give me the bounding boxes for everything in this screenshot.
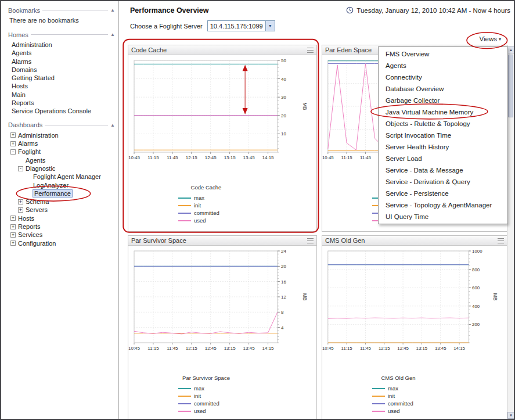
sidebar-item-agents[interactable]: Agents — [12, 49, 118, 57]
tree-item-loganalyzer[interactable]: LogAnalyzer — [5, 181, 118, 189]
homes-title: Homes — [8, 31, 28, 38]
scroll-down-icon[interactable]: ▼ — [507, 412, 514, 419]
server-chooser-label: Choose a Foglight Server — [130, 23, 203, 30]
tree-item-schema[interactable]: +Schema — [5, 198, 118, 206]
views-menu-item-service-derivation-query[interactable]: Service - Derivation & Query — [379, 176, 507, 188]
views-menu: FMS OverviewAgentsConnectivityDatabase O… — [378, 46, 508, 224]
legend-label: init — [388, 393, 395, 399]
collapse-icon[interactable]: - — [18, 166, 23, 171]
views-menu-item-garbage-collector[interactable]: Garbage Collector — [379, 95, 507, 106]
views-menu-item-fms-overview[interactable]: FMS Overview — [379, 48, 507, 60]
collapse-arrow-icon[interactable]: ▲ — [110, 123, 115, 128]
views-menu-item-service-data-message[interactable]: Service - Data & Message — [379, 164, 507, 176]
chart-caption: Par Survivor Space — [128, 375, 316, 381]
tree-item-label: Hosts — [18, 215, 34, 222]
dashboards-section-header[interactable]: Dashboards ▲ — [5, 121, 118, 130]
tree-item-administration[interactable]: +Administration — [5, 131, 118, 139]
tree-item-label: Schema — [26, 198, 49, 205]
tree-item-diagnostic[interactable]: -Diagnostic — [5, 164, 118, 173]
chart-panel-header: Par Survivor Space — [128, 236, 316, 246]
legend-swatch — [178, 403, 191, 404]
collapse-arrow-icon[interactable]: ▲ — [110, 8, 115, 13]
sidebar-item-service-operations-console[interactable]: Service Operations Console — [12, 107, 118, 115]
tree-item-label: Alarms — [18, 140, 38, 147]
views-button[interactable]: Views ▾ — [480, 35, 501, 42]
expand-icon[interactable]: + — [10, 132, 16, 138]
tree-item-reports[interactable]: +Reports — [5, 222, 118, 231]
views-menu-item-service-persistence[interactable]: Service - Persistence — [379, 188, 507, 199]
expand-icon[interactable]: + — [10, 216, 16, 221]
views-menu-item-objects-rulette-topology[interactable]: Objects - Rulette & Topology — [379, 118, 507, 130]
views-menu-item-java-virtual-machine-memory[interactable]: Java Virtual Machine Memory — [379, 106, 507, 118]
svg-text:1000: 1000 — [472, 249, 482, 254]
legend-label: used — [388, 408, 400, 414]
svg-text:14:15: 14:15 — [262, 155, 275, 160]
svg-text:13:15: 13:15 — [224, 346, 236, 351]
expand-icon[interactable]: + — [10, 141, 16, 146]
section-divider — [45, 125, 108, 125]
chart-options-icon[interactable] — [498, 238, 504, 243]
tree-item-performance[interactable]: Performance — [5, 189, 118, 198]
svg-text:13:45: 13:45 — [435, 346, 446, 351]
svg-text:20: 20 — [281, 113, 286, 119]
main-header: Performance Overview Tuesday, January 12… — [120, 1, 514, 15]
chart-options-icon[interactable] — [307, 48, 314, 53]
bookmarks-section: Bookmarks ▲ There are no bookmarks — [5, 6, 118, 25]
tree-item-hosts[interactable]: +Hosts — [5, 214, 118, 222]
bookmarks-section-header[interactable]: Bookmarks ▲ — [5, 6, 118, 15]
views-menu-item-server-load[interactable]: Server Load — [379, 153, 507, 164]
legend-swatch — [178, 198, 191, 199]
dashboards-tree: +Administration+Alarms-FoglightAgents-Di… — [5, 130, 118, 247]
chart-options-icon[interactable] — [307, 238, 314, 243]
svg-text:12:15: 12:15 — [379, 346, 390, 351]
views-menu-item-ui-query-time[interactable]: UI Query Time — [379, 211, 507, 222]
tree-item-agents[interactable]: Agents — [5, 156, 118, 164]
server-select[interactable]: 10.4.115.175:1099 ▼ — [207, 20, 275, 31]
tree-item-foglight[interactable]: -Foglight — [5, 148, 118, 156]
collapse-icon[interactable]: - — [10, 149, 16, 155]
collapse-arrow-icon[interactable]: ▲ — [110, 32, 115, 37]
scrollbar-thumb[interactable] — [508, 55, 513, 117]
views-menu-item-connectivity[interactable]: Connectivity — [379, 71, 507, 83]
svg-text:20: 20 — [281, 264, 286, 269]
time-range-control[interactable]: Tuesday, January 12, 2010 10:42 AM - Now… — [346, 6, 510, 14]
sidebar-item-alarms[interactable]: Alarms — [12, 58, 118, 66]
legend-swatch — [178, 213, 191, 214]
views-menu-item-service-topology-agentmanager[interactable]: Service - Topology & AgentManager — [379, 199, 507, 211]
chevron-down-icon[interactable]: ▼ — [265, 21, 275, 31]
scroll-up-icon[interactable]: ▲ — [507, 46, 514, 53]
sidebar-item-getting-started[interactable]: Getting Started — [12, 74, 118, 82]
legend-item-used: used — [178, 407, 316, 415]
chart-panel-code-cache: Code Cache 10:4511:1511:4512:1512:4513:1… — [128, 45, 317, 232]
expand-icon[interactable]: + — [10, 224, 16, 229]
sidebar-item-hosts[interactable]: Hosts — [12, 82, 118, 90]
bookmarks-title: Bookmarks — [8, 7, 40, 14]
legend-label: committed — [388, 400, 413, 407]
svg-text:16: 16 — [281, 279, 286, 285]
views-menu-item-database-overview[interactable]: Database Overview — [379, 83, 507, 95]
views-menu-item-agents[interactable]: Agents — [379, 60, 507, 71]
sidebar-item-reports[interactable]: Reports — [12, 99, 118, 107]
clock-icon — [346, 6, 354, 14]
views-menu-item-server-health-history[interactable]: Server Health History — [379, 141, 507, 153]
svg-text:13:45: 13:45 — [243, 155, 255, 160]
homes-section-header[interactable]: Homes ▲ — [5, 30, 118, 39]
expand-icon[interactable]: + — [10, 232, 16, 238]
svg-text:MB: MB — [302, 293, 308, 301]
tree-item-services[interactable]: +Services — [5, 231, 118, 239]
tree-item-foglight-agent-manager[interactable]: Foglight Agent Manager — [5, 173, 118, 181]
sidebar-item-main[interactable]: Main — [12, 91, 118, 99]
tree-item-label: Administration — [18, 132, 59, 139]
sidebar-item-administration[interactable]: Administration — [12, 41, 118, 49]
tree-item-label: Services — [18, 231, 42, 238]
expand-icon[interactable]: + — [18, 199, 23, 204]
expand-icon[interactable]: + — [18, 207, 23, 213]
expand-icon[interactable]: + — [10, 240, 16, 246]
tree-item-alarms[interactable]: +Alarms — [5, 139, 118, 148]
legend-label: committed — [194, 210, 219, 216]
tree-item-label: Reports — [18, 223, 41, 230]
views-menu-item-script-invocation-time[interactable]: Script Invocation Time — [379, 130, 507, 141]
sidebar-item-domains[interactable]: Domains — [12, 66, 118, 74]
tree-item-configuration[interactable]: +Configuration — [5, 239, 118, 247]
tree-item-servers[interactable]: +Servers — [5, 206, 118, 214]
